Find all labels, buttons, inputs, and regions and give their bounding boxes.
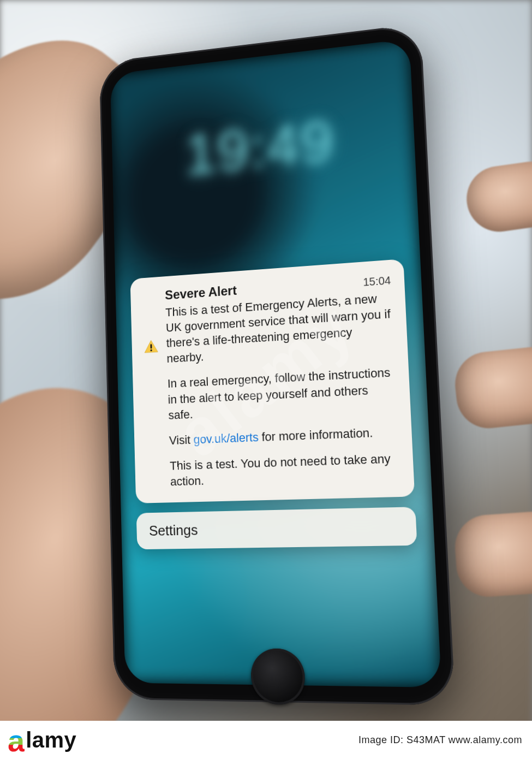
alert-p3-post: for more information. (258, 425, 373, 443)
warning-triangle-icon (144, 340, 158, 354)
alert-p4: This is a test. You do not need to take … (169, 450, 400, 489)
phone-body: 19:49 Severe Ale (99, 23, 455, 705)
phone-screen: 19:49 Severe Ale (110, 39, 441, 687)
emergency-alert-card[interactable]: Severe Alert 15:04 This is a test of Eme… (130, 259, 415, 503)
alert-p3-pre: Visit (169, 432, 194, 447)
settings-button[interactable]: Settings (136, 507, 417, 549)
alert-p2: In a real emergency, follow the instruct… (167, 364, 397, 423)
alert-p3: Visit gov.uk/alerts for more information… (169, 424, 398, 448)
alert-title: Severe Alert (164, 283, 236, 303)
alert-body: This is a test of Emergency Alerts, a ne… (165, 290, 400, 489)
alert-p1: This is a test of Emergency Alerts, a ne… (165, 290, 394, 367)
alert-timestamp: 15:04 (362, 275, 391, 289)
alert-link[interactable]: gov.uk/alerts (193, 430, 259, 446)
